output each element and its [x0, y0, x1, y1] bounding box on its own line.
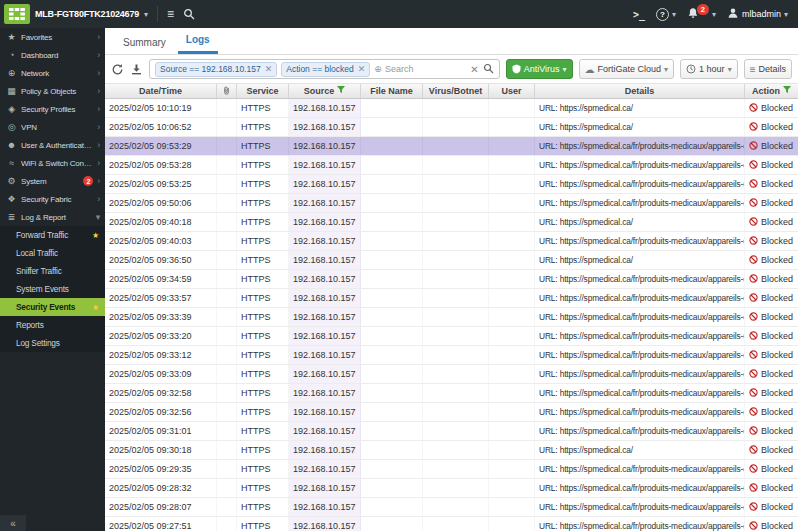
- log-row[interactable]: 2025/02/05 09:50:06HTTPS192.168.10.157UR…: [105, 194, 798, 213]
- blocked-icon: [749, 331, 758, 342]
- remove-filter-icon[interactable]: ✕: [358, 64, 366, 74]
- column-header-user[interactable]: User: [489, 84, 535, 98]
- search-submit-icon[interactable]: [483, 60, 494, 78]
- filter-chip[interactable]: Source == 192.168.10.157✕: [155, 62, 277, 77]
- cell-action: Blocked: [745, 175, 798, 193]
- sidebar-item-user-authentication[interactable]: ☻User & Authentication›: [0, 136, 105, 154]
- log-row[interactable]: 2025/02/05 09:33:57HTTPS192.168.10.157UR…: [105, 289, 798, 308]
- topbar-divider: [157, 6, 158, 22]
- sidebar-item-system-events[interactable]: System Events: [0, 280, 105, 298]
- column-header-action[interactable]: Action: [745, 84, 798, 98]
- log-row[interactable]: 2025/02/05 09:31:01HTTPS192.168.10.157UR…: [105, 422, 798, 441]
- action-label: Blocked: [761, 388, 793, 398]
- log-row[interactable]: 2025/02/05 09:28:07HTTPS192.168.10.157UR…: [105, 498, 798, 517]
- cell-attachment: [217, 346, 237, 364]
- sidebar-item-vpn[interactable]: ◎VPN›: [0, 118, 105, 136]
- remove-filter-icon[interactable]: ✕: [265, 64, 273, 74]
- sidebar-item-forward-traffic[interactable]: Forward Traffic★: [0, 226, 105, 244]
- details-toggle-button[interactable]: ≡ Details: [744, 59, 792, 79]
- menu-icon[interactable]: ≡: [167, 7, 174, 21]
- sidebar-item-wifi-switch-controller[interactable]: ≈WiFi & Switch Controller›: [0, 154, 105, 172]
- sidebar-item-log-settings[interactable]: Log Settings: [0, 334, 105, 352]
- column-header-details[interactable]: Details: [535, 84, 745, 98]
- log-location-dropdown[interactable]: ☁ FortiGate Cloud ▾: [579, 59, 675, 79]
- blocked-icon: [749, 141, 758, 152]
- cell-filename: [361, 251, 423, 269]
- cell-filename: [361, 99, 423, 117]
- column-header-date-time[interactable]: Date/Time: [105, 84, 217, 98]
- notifications-menu[interactable]: 2 ▾: [687, 7, 716, 22]
- cell-filename: [361, 175, 423, 193]
- filter-icon[interactable]: [337, 86, 345, 96]
- sidebar-item-log-report[interactable]: ≣Log & Report▾: [0, 208, 105, 226]
- cell-user: [489, 137, 535, 155]
- cli-console-icon[interactable]: >_: [633, 9, 645, 20]
- cell-datetime: 2025/02/05 09:33:09: [105, 365, 217, 383]
- log-row[interactable]: 2025/02/05 09:36:50HTTPS192.168.10.157UR…: [105, 251, 798, 270]
- column-header-service[interactable]: Service: [237, 84, 289, 98]
- column-header-source[interactable]: Source: [289, 84, 361, 98]
- cell-action: Blocked: [745, 99, 798, 117]
- log-row[interactable]: 2025/02/05 09:33:09HTTPS192.168.10.157UR…: [105, 365, 798, 384]
- tab-summary[interactable]: Summary: [115, 31, 174, 54]
- column-header-attachment[interactable]: [217, 84, 237, 98]
- search-icon[interactable]: [183, 8, 195, 20]
- action-label: Blocked: [761, 350, 793, 360]
- clear-filters-icon[interactable]: ✕: [470, 64, 478, 75]
- sidebar-item-system[interactable]: ⚙System2›: [0, 172, 105, 190]
- sidebar-collapse-button[interactable]: «: [0, 515, 26, 531]
- download-icon[interactable]: [130, 63, 143, 76]
- cell-datetime: 2025/02/05 09:30:18: [105, 441, 217, 459]
- sidebar-item-security-events[interactable]: Security Events★: [0, 298, 105, 316]
- column-header-file-name[interactable]: File Name: [361, 84, 423, 98]
- column-header-virus-botnet[interactable]: Virus/Botnet: [423, 84, 489, 98]
- sidebar-item-reports[interactable]: Reports: [0, 316, 105, 334]
- log-row[interactable]: 2025/02/05 09:33:20HTTPS192.168.10.157UR…: [105, 327, 798, 346]
- user-menu[interactable]: mlbadmin ▾: [727, 7, 788, 21]
- time-range-dropdown[interactable]: 1 hour ▾: [680, 59, 738, 79]
- log-type-dropdown[interactable]: AntiVirus ▾: [506, 59, 573, 79]
- tab-logs[interactable]: Logs: [178, 28, 218, 54]
- log-row[interactable]: 2025/02/05 09:30:18HTTPS192.168.10.157UR…: [105, 441, 798, 460]
- log-row[interactable]: 2025/02/05 09:53:28HTTPS192.168.10.157UR…: [105, 156, 798, 175]
- cell-details: URL: https://spmedical.ca/fr/produits-me…: [535, 365, 745, 383]
- cell-details: URL: https://spmedical.ca/fr/produits-me…: [535, 194, 745, 212]
- log-row[interactable]: 2025/02/05 10:10:19HTTPS192.168.10.157UR…: [105, 99, 798, 118]
- sidebar-item-sniffer-traffic[interactable]: Sniffer Traffic: [0, 262, 105, 280]
- sidebar-item-security-profiles[interactable]: ◈Security Profiles›: [0, 100, 105, 118]
- log-row[interactable]: 2025/02/05 10:06:52HTTPS192.168.10.157UR…: [105, 118, 798, 137]
- log-row[interactable]: 2025/02/05 09:40:03HTTPS192.168.10.157UR…: [105, 232, 798, 251]
- log-row[interactable]: 2025/02/05 09:33:39HTTPS192.168.10.157UR…: [105, 308, 798, 327]
- cell-virus: [423, 384, 489, 402]
- sidebar-item-policy-objects[interactable]: ▦Policy & Objects›: [0, 82, 105, 100]
- log-row[interactable]: 2025/02/05 09:53:25HTTPS192.168.10.157UR…: [105, 175, 798, 194]
- add-filter-control[interactable]: ⊕ Search: [374, 64, 413, 74]
- log-row[interactable]: 2025/02/05 09:34:59HTTPS192.168.10.157UR…: [105, 270, 798, 289]
- log-row[interactable]: 2025/02/05 09:28:32HTTPS192.168.10.157UR…: [105, 479, 798, 498]
- cell-source: 192.168.10.157: [289, 422, 361, 440]
- log-row[interactable]: 2025/02/05 09:53:29HTTPS192.168.10.157UR…: [105, 137, 798, 156]
- device-menu[interactable]: MLB-FGT80FTK21024679 ▾: [4, 4, 148, 24]
- help-menu[interactable]: ? ▾: [656, 8, 676, 21]
- cell-attachment: [217, 422, 237, 440]
- sidebar-item-network[interactable]: ⊕Network›: [0, 64, 105, 82]
- cell-service: HTTPS: [237, 308, 289, 326]
- filter-chip[interactable]: Action == blocked✕: [281, 62, 370, 77]
- column-header-label: Date/Time: [139, 86, 182, 96]
- log-row[interactable]: 2025/02/05 09:32:58HTTPS192.168.10.157UR…: [105, 384, 798, 403]
- log-row[interactable]: 2025/02/05 09:29:35HTTPS192.168.10.157UR…: [105, 460, 798, 479]
- log-row[interactable]: 2025/02/05 09:33:12HTTPS192.168.10.157UR…: [105, 346, 798, 365]
- sidebar-item-security-fabric[interactable]: ❖Security Fabric›: [0, 190, 105, 208]
- log-row[interactable]: 2025/02/05 09:27:51HTTPS192.168.10.157UR…: [105, 517, 798, 531]
- cell-source: 192.168.10.157: [289, 118, 361, 136]
- refresh-icon[interactable]: [111, 63, 124, 76]
- log-row[interactable]: 2025/02/05 09:40:18HTTPS192.168.10.157UR…: [105, 213, 798, 232]
- sidebar-item-local-traffic[interactable]: Local Traffic: [0, 244, 105, 262]
- cell-source: 192.168.10.157: [289, 137, 361, 155]
- filter-search-bar[interactable]: Source == 192.168.10.157✕Action == block…: [149, 59, 500, 79]
- sidebar-item-favorites[interactable]: ★Favorites›: [0, 28, 105, 46]
- log-row[interactable]: 2025/02/05 09:32:56HTTPS192.168.10.157UR…: [105, 403, 798, 422]
- sidebar-item-dashboard[interactable]: ◔Dashboard›: [0, 46, 105, 64]
- filter-icon[interactable]: [783, 86, 791, 96]
- cell-virus: [423, 175, 489, 193]
